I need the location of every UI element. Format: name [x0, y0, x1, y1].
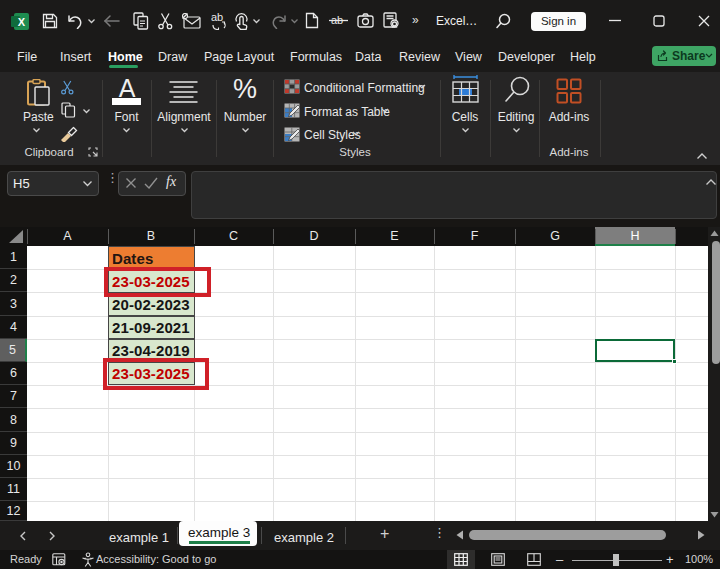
svg-text:ab: ab [211, 12, 223, 23]
svg-text:X: X [18, 16, 26, 28]
